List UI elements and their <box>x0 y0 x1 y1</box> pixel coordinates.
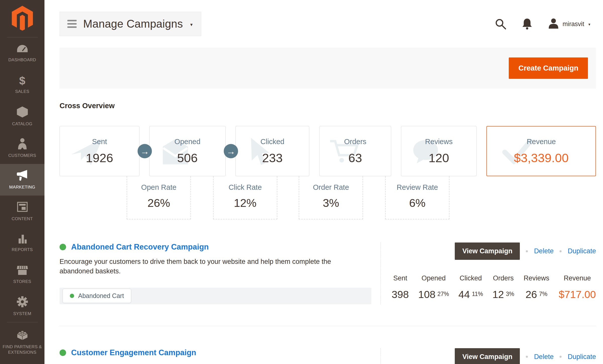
menu-hamburger-icon <box>67 20 77 28</box>
user-account-menu[interactable]: mirasvit ▼ <box>548 18 591 30</box>
page-title-dropdown[interactable]: Manage Campaigns ▼ <box>60 12 201 36</box>
dot-separator <box>526 250 528 252</box>
sidebar-item-catalog[interactable]: CATALOG <box>0 101 44 132</box>
sidebar-item-content[interactable]: CONTENT <box>0 196 44 227</box>
stat-card-label: Orders <box>344 138 366 146</box>
stat-card-value: 63 <box>348 151 362 165</box>
status-dot <box>70 294 74 298</box>
sidebar: DASHBOARD $ SALES CATALOG CUSTOMERS <box>0 0 44 364</box>
rate-box-open-rate: Open Rate 26% <box>127 176 191 219</box>
campaign-info: Customer Engagement Campaign <box>60 348 380 364</box>
stat-card-label: Reviews <box>425 138 453 146</box>
status-dot <box>60 244 66 250</box>
campaign-description: Encourage your customers to drive them b… <box>60 257 351 276</box>
sidebar-item-stores[interactable]: STORES <box>0 259 44 290</box>
customers-icon <box>17 138 28 150</box>
dot-separator <box>560 250 562 252</box>
magento-logo[interactable] <box>0 0 44 37</box>
notifications-bell-icon[interactable] <box>522 18 532 30</box>
sidebar-item-label: FIND PARTNERS & EXTENSIONS <box>2 344 42 355</box>
campaign-actions: View Campaign Delete Duplicate <box>390 242 596 260</box>
create-campaign-button[interactable]: Create Campaign <box>509 57 588 79</box>
page-title: Manage Campaigns <box>83 18 183 30</box>
campaign-list: Abandoned Cart Recovery Campaign Encoura… <box>60 242 596 364</box>
stat-card-reviews: Reviews 120 <box>401 126 477 176</box>
stat-card-value: 1926 <box>86 151 113 165</box>
stat-card-orders: Orders 63 <box>319 126 391 176</box>
user-avatar-icon <box>548 18 559 30</box>
dot-separator <box>526 356 528 358</box>
stat-card-label: Sent <box>92 138 107 146</box>
sidebar-item-marketing[interactable]: MARKETING <box>0 164 44 196</box>
cross-overview-heading: Cross Overview <box>60 102 596 110</box>
overview-cards-row: Sent 1926 Opened 506 <box>60 126 596 176</box>
stat-col-revenue: Revenue $717.00 <box>559 274 596 300</box>
view-campaign-button[interactable]: View Campaign <box>455 242 520 260</box>
campaign-stats-panel: View Campaign Delete Duplicate Sent 398 … <box>380 242 596 304</box>
flow-arrow-icon: → <box>224 144 238 158</box>
rate-label: Click Rate <box>229 183 262 192</box>
page-content: Cross Overview Sent 1926 <box>60 102 596 364</box>
rate-box-order-rate: Order Rate 3% <box>299 176 363 219</box>
stat-col-clicked: Clicked 4411% <box>459 274 483 300</box>
catalog-icon <box>17 106 28 119</box>
sidebar-item-dashboard[interactable]: DASHBOARD <box>0 37 44 69</box>
chevron-down-icon: ▼ <box>588 23 591 26</box>
magento-logo-icon <box>11 5 33 32</box>
stat-col-opened: Opened 10827% <box>418 274 449 300</box>
delete-link[interactable]: Delete <box>534 353 554 361</box>
stat-card-value: 506 <box>177 151 198 165</box>
sidebar-item-customers[interactable]: CUSTOMERS <box>0 132 44 164</box>
sidebar-item-reports[interactable]: REPORTS <box>0 227 44 259</box>
stat-card-revenue: Revenue $3,339.00 <box>486 126 596 176</box>
campaign-tag-pill: Abandoned Cart <box>63 289 131 303</box>
stat-card-clicked: Clicked 233 <box>235 126 310 176</box>
stat-card-value: 233 <box>262 151 283 165</box>
sidebar-item-find-partners[interactable]: FIND PARTNERS & EXTENSIONS <box>0 322 44 362</box>
chevron-down-icon: ▼ <box>189 23 193 27</box>
campaign-title-link[interactable]: Customer Engagement Campaign <box>71 348 196 357</box>
rate-box-click-rate: Click Rate 12% <box>213 176 277 219</box>
rate-label: Order Rate <box>313 183 349 192</box>
tag-label: Abandoned Cart <box>78 292 124 299</box>
stores-icon <box>17 265 28 276</box>
search-icon[interactable] <box>495 18 506 30</box>
stat-col-sent: Sent 398 <box>392 274 409 300</box>
duplicate-link[interactable]: Duplicate <box>568 353 596 361</box>
sidebar-item-label: CATALOG <box>12 121 32 127</box>
campaign-stats-panel: View Campaign Delete Duplicate <box>380 348 596 364</box>
stat-card-value: $3,339.00 <box>514 151 569 165</box>
system-gear-icon <box>17 296 28 309</box>
campaign-row-abandoned-cart: Abandoned Cart Recovery Campaign Encoura… <box>60 242 596 304</box>
sidebar-item-sales[interactable]: $ SALES <box>0 69 44 101</box>
stat-card-opened: Opened 506 <box>149 126 225 176</box>
stat-col-orders: Orders 123% <box>492 274 514 300</box>
sidebar-item-system[interactable]: SYSTEM <box>0 290 44 322</box>
rate-value: 26% <box>147 197 170 210</box>
page-toolbar: Create Campaign <box>60 48 596 89</box>
cross-overview: Sent 1926 Opened 506 <box>60 126 596 219</box>
sidebar-item-label: SYSTEM <box>13 311 31 317</box>
delete-link[interactable]: Delete <box>534 247 554 255</box>
rate-label: Review Rate <box>397 183 438 192</box>
extensions-brick-icon <box>16 329 29 342</box>
stat-col-reviews: Reviews 267% <box>524 274 549 300</box>
campaign-title-link[interactable]: Abandoned Cart Recovery Campaign <box>71 242 209 252</box>
dot-separator <box>560 356 562 358</box>
rate-value: 6% <box>409 197 426 210</box>
rate-label: Open Rate <box>141 183 176 192</box>
campaign-info: Abandoned Cart Recovery Campaign Encoura… <box>60 242 380 304</box>
campaign-stats-table: Sent 398 Opened 10827% Clicked 4411% O <box>390 274 596 300</box>
flow-arrow-icon: → <box>138 144 152 158</box>
sales-icon: $ <box>19 75 25 86</box>
sidebar-item-label: STORES <box>13 279 31 284</box>
view-campaign-button[interactable]: View Campaign <box>455 348 520 364</box>
marketing-icon <box>16 169 29 182</box>
sidebar-item-label: REPORTS <box>12 247 33 253</box>
campaign-row-customer-engagement: Customer Engagement Campaign View Campai… <box>60 326 596 364</box>
sidebar-item-label: SALES <box>15 89 29 94</box>
sidebar-item-label: MARKETING <box>9 185 35 190</box>
header-actions: mirasvit ▼ <box>495 18 591 30</box>
rate-value: 12% <box>234 197 257 210</box>
duplicate-link[interactable]: Duplicate <box>568 247 596 255</box>
